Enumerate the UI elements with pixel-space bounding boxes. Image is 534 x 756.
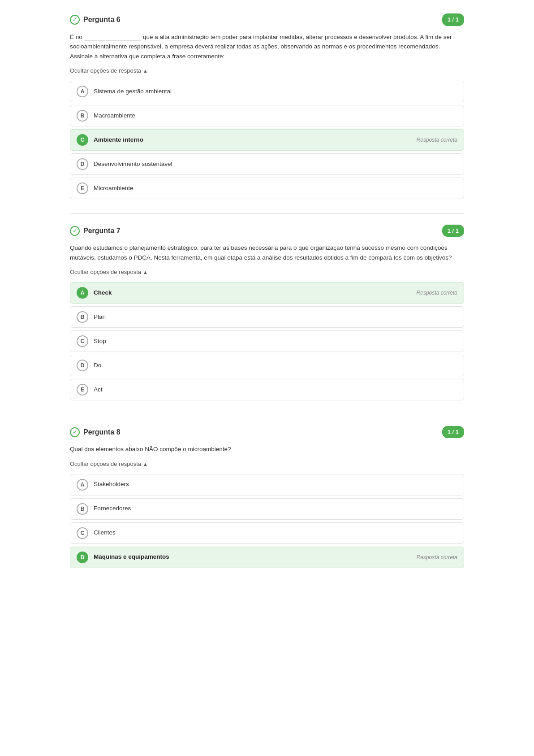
score-badge-q6: 1 / 1 <box>442 13 464 26</box>
correct-label-q8: Resposta correta <box>417 553 457 561</box>
question-title-q8: Pergunta 8 <box>83 427 121 438</box>
section-divider <box>70 213 464 214</box>
question-title-q7: Pergunta 7 <box>83 226 121 236</box>
option-letter-q7-A: A <box>77 287 88 299</box>
correct-label-q6: Resposta correta <box>417 136 457 144</box>
chevron-up-icon: ▲ <box>143 269 148 276</box>
option-item-q6-E[interactable]: EMicroambiente <box>70 178 464 199</box>
option-text-q6-D: Desenvolvimento sustentável <box>94 160 457 169</box>
question-header-q8: ✓Pergunta 81 / 1 <box>70 426 464 439</box>
question-header-q6: ✓Pergunta 61 / 1 <box>70 13 464 26</box>
option-letter-q6-A: A <box>77 86 88 97</box>
option-text-q7-D: Do <box>94 361 457 370</box>
option-text-q6-E: Microambiente <box>94 184 457 193</box>
question-block-q6: ✓Pergunta 61 / 1É no _________________ q… <box>70 13 464 199</box>
section-divider <box>70 415 464 415</box>
question-block-q8: ✓Pergunta 81 / 1Qual dos elementos abaix… <box>70 426 464 568</box>
toggle-options-q6[interactable]: Ocultar opções de resposta ▲ <box>70 66 464 75</box>
option-item-q6-B[interactable]: BMacroambiente <box>70 105 464 126</box>
correct-label-q7: Resposta correta <box>417 289 457 297</box>
option-text-q8-B: Fornecedores <box>94 504 457 513</box>
option-letter-q8-C: C <box>77 527 88 539</box>
question-block-q7: ✓Pergunta 71 / 1Quando estudamos o plane… <box>70 225 464 400</box>
question-text-q6: É no _________________ que a alta admini… <box>70 32 464 61</box>
option-item-q8-D[interactable]: DMáquinas e equipamentosResposta correta <box>70 547 464 568</box>
option-letter-q7-D: D <box>77 360 88 371</box>
option-letter-q6-E: E <box>77 182 88 194</box>
question-title-group-q6: ✓Pergunta 6 <box>70 14 121 25</box>
option-letter-q6-B: B <box>77 110 88 122</box>
option-text-q8-C: Clientes <box>94 528 457 537</box>
chevron-up-icon: ▲ <box>143 67 148 75</box>
options-list-q6: ASistema de gestão ambientalBMacroambien… <box>70 81 464 199</box>
question-title-q6: Pergunta 6 <box>83 14 121 25</box>
option-text-q8-A: Stakeholders <box>94 480 457 489</box>
option-text-q6-A: Sistema de gestão ambiental <box>94 87 457 96</box>
option-item-q8-A[interactable]: AStakeholders <box>70 474 464 495</box>
option-letter-q7-E: E <box>77 384 88 395</box>
option-letter-q8-D: D <box>77 552 88 563</box>
option-text-q8-D: Máquinas e equipamentos <box>94 552 411 561</box>
options-list-q7: ACheckResposta corretaBPlanCStopDDoEAct <box>70 282 464 400</box>
question-text-q7: Quando estudamos o planejamento estratég… <box>70 243 464 262</box>
score-badge-q7: 1 / 1 <box>442 225 464 237</box>
option-text-q7-B: Plan <box>94 313 457 322</box>
option-letter-q8-A: A <box>77 479 88 491</box>
option-item-q6-D[interactable]: DDesenvolvimento sustentável <box>70 153 464 175</box>
chevron-up-icon: ▲ <box>143 461 148 468</box>
option-letter-q6-D: D <box>77 158 88 170</box>
option-item-q7-A[interactable]: ACheckResposta correta <box>70 282 464 304</box>
question-title-group-q7: ✓Pergunta 7 <box>70 226 121 236</box>
option-item-q6-C[interactable]: CAmbiente internoResposta correta <box>70 129 464 151</box>
option-text-q7-C: Stop <box>94 337 457 346</box>
option-text-q7-A: Check <box>94 288 411 297</box>
option-item-q7-D[interactable]: DDo <box>70 355 464 376</box>
check-circle-icon: ✓ <box>70 427 80 437</box>
option-letter-q7-B: B <box>77 311 88 323</box>
option-item-q8-B[interactable]: BFornecedores <box>70 498 464 520</box>
option-letter-q7-C: C <box>77 335 88 347</box>
option-item-q7-E[interactable]: EAct <box>70 379 464 400</box>
option-item-q7-C[interactable]: CStop <box>70 330 464 352</box>
option-text-q6-B: Macroambiente <box>94 111 457 120</box>
question-header-q7: ✓Pergunta 71 / 1 <box>70 225 464 237</box>
option-text-q6-C: Ambiente interno <box>94 135 411 144</box>
option-letter-q6-C: C <box>77 134 88 146</box>
option-item-q6-A[interactable]: ASistema de gestão ambiental <box>70 81 464 102</box>
check-circle-icon: ✓ <box>70 226 80 236</box>
question-title-group-q8: ✓Pergunta 8 <box>70 427 121 438</box>
toggle-options-q8[interactable]: Ocultar opções de resposta ▲ <box>70 460 464 469</box>
toggle-options-q7[interactable]: Ocultar opções de resposta ▲ <box>70 268 464 277</box>
option-letter-q8-B: B <box>77 503 88 515</box>
option-text-q7-E: Act <box>94 385 457 394</box>
option-item-q7-B[interactable]: BPlan <box>70 306 464 328</box>
options-list-q8: AStakeholdersBFornecedoresCClientesDMáqu… <box>70 474 464 568</box>
question-text-q8: Qual dos elementos abaixo NÃO compõe o m… <box>70 444 464 454</box>
check-circle-icon: ✓ <box>70 15 80 25</box>
score-badge-q8: 1 / 1 <box>442 426 464 439</box>
option-item-q8-C[interactable]: CClientes <box>70 522 464 544</box>
